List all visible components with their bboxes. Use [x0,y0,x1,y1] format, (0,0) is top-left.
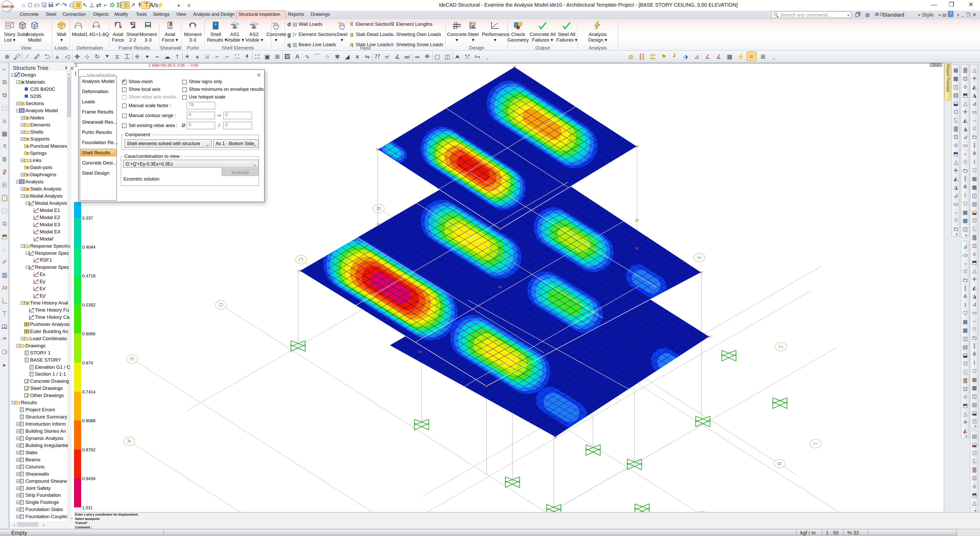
svg-text:B: B [776,461,783,466]
svg-text:E: E [129,357,135,361]
svg-text:1: 1 [812,442,819,446]
svg-text:B: B [375,206,382,211]
svg-text:3: 3 [696,256,703,260]
svg-text:C: C [298,257,305,262]
svg-text:A: A [126,439,132,444]
svg-text:2: 2 [778,345,784,349]
svg-text:D: D [218,303,224,307]
